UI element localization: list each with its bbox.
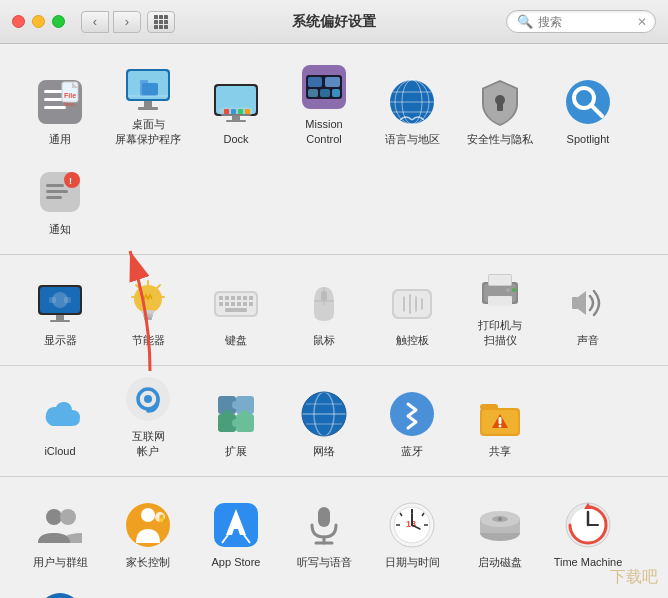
svg-rect-78 <box>243 302 247 306</box>
appstore-icon <box>210 499 262 551</box>
grid-view-button[interactable] <box>147 11 175 33</box>
close-button[interactable] <box>12 15 25 28</box>
pref-trackpad[interactable]: 触控板 <box>368 265 456 355</box>
dictation-icon <box>298 499 350 551</box>
pref-language[interactable]: 语言与地区 <box>368 64 456 154</box>
internet-label: 互联网 帐户 <box>132 429 165 458</box>
pref-printer[interactable]: 打印机与 扫描仪 <box>456 265 544 355</box>
mouse-icon <box>298 277 350 329</box>
pref-parental[interactable]: ✋ 家长控制 <box>104 487 192 577</box>
pref-network[interactable]: 网络 <box>280 376 368 466</box>
pref-general[interactable]: File New... 通用 <box>16 64 104 154</box>
svg-point-147 <box>498 517 502 521</box>
back-button[interactable]: ‹ <box>81 11 109 33</box>
pref-mouse[interactable]: 鼠标 <box>280 265 368 355</box>
pref-dock[interactable]: Dock <box>192 64 280 154</box>
pref-sound[interactable]: 声音 <box>544 265 632 355</box>
bluetooth-icon <box>386 388 438 440</box>
svg-rect-29 <box>325 77 340 87</box>
search-input[interactable] <box>538 15 633 29</box>
startup-label: 启动磁盘 <box>478 555 522 569</box>
svg-text:File: File <box>64 92 76 99</box>
pref-desktop[interactable]: 桌面与 屏幕保护程序 <box>104 64 192 154</box>
svg-point-101 <box>144 395 152 403</box>
svg-rect-60 <box>144 317 152 320</box>
sharing-label: 共享 <box>489 444 511 458</box>
language-label: 语言与地区 <box>385 132 440 146</box>
pref-spotlight[interactable]: Spotlight <box>544 64 632 154</box>
keyboard-icon <box>210 277 262 329</box>
pref-extensions[interactable]: 扩展 <box>192 376 280 466</box>
svg-rect-11 <box>144 101 152 107</box>
mouse-label: 鼠标 <box>313 333 335 347</box>
dock-icon <box>210 76 262 128</box>
network-icon <box>298 388 350 440</box>
svg-point-153 <box>38 593 82 598</box>
svg-rect-21 <box>231 109 236 114</box>
pref-accessibility[interactable]: 辅助功能 <box>16 577 104 598</box>
internet-icon <box>122 373 174 425</box>
pref-timemachine[interactable]: Time Machine <box>544 487 632 577</box>
sound-icon <box>562 277 614 329</box>
icloud-label: iCloud <box>44 444 75 458</box>
pref-notification[interactable]: ! 通知 <box>16 154 104 244</box>
svg-rect-58 <box>142 310 154 314</box>
svg-line-62 <box>157 285 160 288</box>
maximize-button[interactable] <box>52 15 65 28</box>
svg-rect-12 <box>138 107 158 110</box>
svg-rect-68 <box>219 296 223 300</box>
pref-bluetooth[interactable]: 蓝牙 <box>368 376 456 466</box>
pref-sharing[interactable]: 共享 <box>456 376 544 466</box>
search-clear-button[interactable]: ✕ <box>637 15 647 29</box>
svg-rect-28 <box>308 77 322 87</box>
pref-appstore[interactable]: App Store <box>192 487 280 577</box>
search-bar[interactable]: 🔍 ✕ <box>506 10 656 33</box>
svg-rect-70 <box>231 296 235 300</box>
energy-icon <box>122 277 174 329</box>
pref-mission[interactable]: Mission Control <box>280 64 368 154</box>
mission-label: Mission Control <box>305 117 342 146</box>
svg-rect-77 <box>237 302 241 306</box>
svg-rect-73 <box>249 296 253 300</box>
security-label: 安全性与隐私 <box>467 132 533 146</box>
energy-label: 节能器 <box>132 333 165 347</box>
display-icon <box>34 277 86 329</box>
display-label: 显示器 <box>44 333 77 347</box>
svg-rect-80 <box>225 308 247 312</box>
sharing-icon <box>474 388 526 440</box>
trackpad-icon <box>386 277 438 329</box>
printer-icon <box>474 262 526 314</box>
svg-rect-94 <box>488 296 512 306</box>
svg-rect-97 <box>572 297 578 309</box>
pref-datetime[interactable]: 18 日期与时间 <box>368 487 456 577</box>
pref-keyboard[interactable]: 键盘 <box>192 265 280 355</box>
forward-button[interactable]: › <box>113 11 141 33</box>
pref-users[interactable]: 用户与群组 <box>16 487 104 577</box>
grid-icon <box>154 15 168 29</box>
pref-security[interactable]: 安全性与隐私 <box>456 64 544 154</box>
timemachine-icon <box>562 499 614 551</box>
svg-rect-32 <box>332 89 340 97</box>
datetime-label: 日期与时间 <box>385 555 440 569</box>
svg-point-107 <box>223 410 231 418</box>
pref-energy[interactable]: 节能器 <box>104 265 192 355</box>
svg-text:!: ! <box>69 176 72 186</box>
security-icon <box>474 76 526 128</box>
pref-internet[interactable]: 互联网 帐户 <box>104 376 192 466</box>
svg-rect-59 <box>143 314 153 317</box>
pref-startup[interactable]: 启动磁盘 <box>456 487 544 577</box>
nav-buttons: ‹ › <box>81 11 141 33</box>
svg-text:New...: New... <box>64 101 78 107</box>
section-system: 用户与群组 ✋ 家长控制 <box>0 477 668 598</box>
svg-point-95 <box>512 288 516 292</box>
pref-dictation[interactable]: 听写与语音 <box>280 487 368 577</box>
pref-icloud[interactable]: iCloud <box>16 376 104 466</box>
svg-rect-49 <box>46 196 62 199</box>
minimize-button[interactable] <box>32 15 45 28</box>
svg-rect-56 <box>64 297 71 303</box>
svg-rect-40 <box>497 103 503 111</box>
svg-rect-48 <box>46 190 68 193</box>
pref-display[interactable]: 显示器 <box>16 265 104 355</box>
svg-rect-25 <box>226 120 246 122</box>
svg-rect-15 <box>142 83 158 95</box>
